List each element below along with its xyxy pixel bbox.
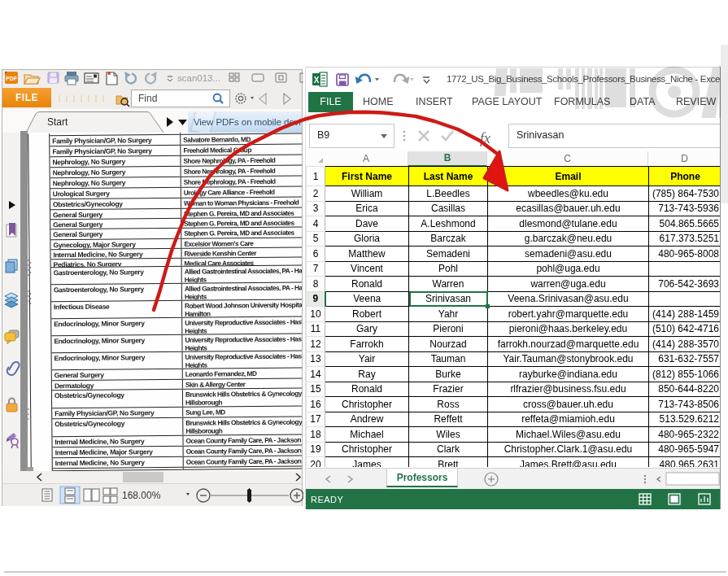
svg-text:X: X — [314, 76, 320, 85]
svg-text:scan013...: scan013... — [177, 73, 220, 83]
svg-text:*: * — [107, 70, 111, 80]
svg-text:PDF: PDF — [6, 76, 18, 81]
svg-text:fx: fx — [480, 130, 490, 146]
